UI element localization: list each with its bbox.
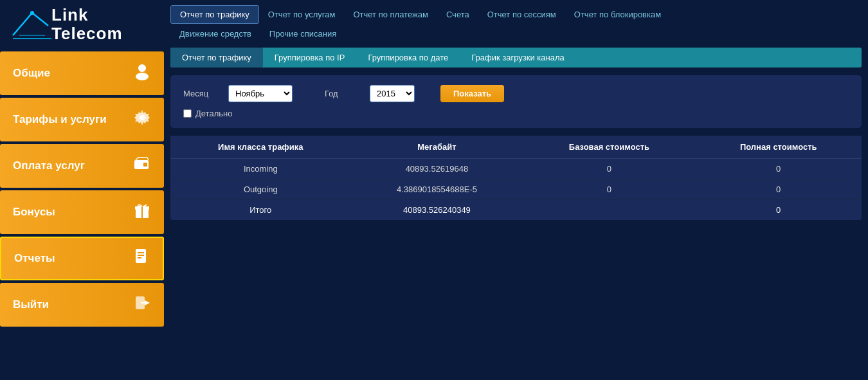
nav-item-tariffs[interactable]: Тарифы и услуги <box>0 98 164 141</box>
svg-line-1 <box>13 13 32 35</box>
row-name: Outgoing <box>170 179 351 200</box>
table-row: Outgoing 4.3869018554688E-5 0 0 <box>170 179 862 200</box>
top-nav-row1: Отчет по трафику Отчет по услугам Отчет … <box>170 5 862 24</box>
row-mb: 4.3869018554688E-5 <box>351 179 523 200</box>
wallet-icon <box>133 155 151 177</box>
sub-tabs: Отчет по трафику Группировка по IP Групп… <box>170 48 862 68</box>
row-full-cost-total: 0 <box>695 200 862 221</box>
tab-blocks-report[interactable]: Отчет по блокировкам <box>565 6 670 23</box>
logo-line2: Telecom <box>51 24 123 43</box>
tab-invoices[interactable]: Счета <box>437 6 478 23</box>
row-full-cost: 0 <box>695 179 862 200</box>
col-header-full-cost: Полная стоимость <box>695 136 862 159</box>
row-base-cost: 0 <box>523 179 695 200</box>
year-label: Год <box>325 89 357 98</box>
logo-line1: Link <box>51 6 123 24</box>
svg-point-6 <box>138 64 146 72</box>
row-name: Incoming <box>170 159 351 179</box>
year-select[interactable]: 2015 2013 2014 2016 <box>370 85 415 102</box>
traffic-table: Имя класса трафика Мегабайт Базовая стои… <box>170 136 862 220</box>
top-nav-row2: Движение средств Прочие списания <box>170 25 862 42</box>
subtab-ip-grouping[interactable]: Группировка по IP <box>263 48 357 68</box>
logout-icon <box>133 294 151 316</box>
subtab-traffic-report[interactable]: Отчет по трафику <box>170 48 263 68</box>
content-area: Отчет по трафику Отчет по услугам Отчет … <box>164 0 868 380</box>
svg-rect-10 <box>143 163 147 167</box>
nav-item-reports[interactable]: Отчеты <box>0 237 164 280</box>
row-full-cost: 0 <box>695 159 862 179</box>
user-icon <box>133 62 151 84</box>
col-header-name: Имя класса трафика <box>170 136 351 159</box>
logo-area: Link Telecom <box>0 0 164 51</box>
gear-icon <box>133 109 151 131</box>
col-header-base-cost: Базовая стоимость <box>523 136 695 159</box>
col-header-mb: Мегабайт <box>351 136 523 159</box>
svg-point-7 <box>136 73 149 80</box>
detail-checkbox[interactable] <box>183 109 192 118</box>
month-select[interactable]: Ноябрь Январь Февраль Март Апрель Май Ию… <box>228 85 293 102</box>
table-header-row: Имя класса трафика Мегабайт Базовая стои… <box>170 136 862 159</box>
show-button[interactable]: Показать <box>440 85 504 102</box>
tab-other-charges[interactable]: Прочие списания <box>260 25 345 42</box>
filter-row-main: Месяц Ноябрь Январь Февраль Март Апрель … <box>183 85 849 102</box>
nav-item-payment[interactable]: Оплата услуг <box>0 144 164 188</box>
svg-point-3 <box>30 11 34 15</box>
tab-payments-report[interactable]: Отчет по платежам <box>344 6 437 23</box>
tab-services-report[interactable]: Отчет по услугам <box>259 6 345 23</box>
table-row-total: Итого 40893.526240349 0 <box>170 200 862 221</box>
tab-funds-movement[interactable]: Движение средств <box>170 25 260 42</box>
sidebar: Link Telecom Общие Тарифы и услуги <box>0 0 164 380</box>
row-name-total: Итого <box>170 200 351 221</box>
row-base-cost-total <box>523 200 695 221</box>
main-layout: Link Telecom Общие Тарифы и услуги <box>0 0 868 380</box>
row-mb: 40893.52619648 <box>351 159 523 179</box>
row-base-cost: 0 <box>523 159 695 179</box>
subtab-channel-graph[interactable]: График загрузки канала <box>460 48 576 68</box>
nav-item-general[interactable]: Общие <box>0 51 164 95</box>
logo-icon <box>10 6 51 42</box>
table-row: Incoming 40893.52619648 0 0 <box>170 159 862 179</box>
row-mb-total: 40893.526240349 <box>351 200 523 221</box>
subtab-date-grouping[interactable]: Группировка по дате <box>356 48 460 68</box>
tab-sessions-report[interactable]: Отчет по сессиям <box>478 6 565 23</box>
tab-traffic-report[interactable]: Отчет по трафику <box>170 5 259 24</box>
month-label: Месяц <box>183 89 215 98</box>
svg-line-2 <box>32 13 48 26</box>
gift-icon <box>133 201 151 223</box>
detail-label[interactable]: Детально <box>195 109 232 118</box>
detail-checkbox-row: Детально <box>183 109 849 118</box>
nav-item-bonuses[interactable]: Бонусы <box>0 190 164 234</box>
filter-panel: Месяц Ноябрь Январь Февраль Март Апрель … <box>170 75 862 128</box>
logo-text: Link Telecom <box>51 6 123 42</box>
nav-item-logout[interactable]: Выйти <box>0 283 164 327</box>
report-icon <box>132 248 150 269</box>
